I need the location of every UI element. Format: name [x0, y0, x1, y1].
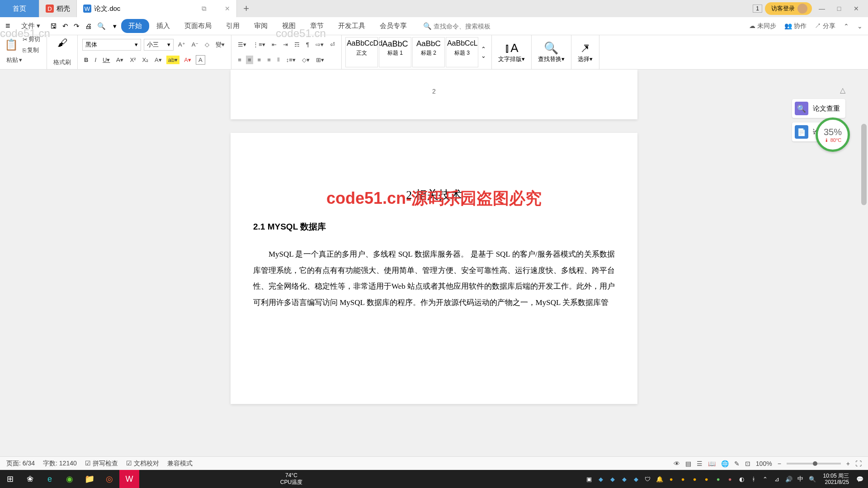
highlight-button[interactable]: ab▾	[166, 56, 179, 64]
tray-icon[interactable]: ●	[726, 474, 735, 483]
tray-up-icon[interactable]: ⌃	[761, 474, 770, 483]
char-border-button[interactable]: A	[196, 55, 205, 65]
undo-icon[interactable]: ↶	[60, 22, 71, 30]
underline-button[interactable]: U▾	[101, 56, 112, 64]
clock[interactable]: 10:05 周三2021/8/25	[820, 473, 853, 486]
size-select[interactable]: 小三▾	[144, 39, 174, 51]
align-center-button[interactable]: ≡	[246, 56, 253, 64]
align-right-button[interactable]: ≡	[256, 56, 263, 64]
tab-button[interactable]: ⇨▾	[314, 40, 326, 49]
vertical-scrollbar[interactable]	[860, 70, 868, 456]
tab-home[interactable]: 首页	[0, 0, 39, 17]
menu-start[interactable]: 开始	[121, 19, 149, 33]
redo-icon[interactable]: ↷	[71, 22, 82, 30]
menu-review[interactable]: 审阅	[247, 19, 275, 33]
menu-file[interactable]: 文件 ▾	[14, 19, 47, 33]
review-icon[interactable]: ✎	[734, 460, 740, 467]
more-icon[interactable]: ⌄	[857, 23, 863, 30]
task-app1[interactable]: ❀	[20, 470, 40, 488]
tab-docer[interactable]: D 稻壳	[39, 0, 77, 17]
preview-icon[interactable]: 🔍	[94, 22, 108, 30]
decrease-indent-button[interactable]: ⇤	[270, 40, 278, 49]
bullets-button[interactable]: ☰▾	[236, 40, 248, 49]
tray-icon[interactable]: ●	[714, 474, 723, 483]
document-area[interactable]: 2 2 相关技术 2.1 MYSQL 数据库 MySQL 是一个真正的多用户、多…	[0, 70, 868, 470]
task-ie[interactable]: e	[40, 470, 60, 488]
eye-icon[interactable]: 👁	[674, 460, 680, 467]
font-color-button[interactable]: A▾	[182, 56, 193, 64]
style-h3[interactable]: AaBbCcL标题 3	[446, 37, 478, 67]
close-button[interactable]: ✕	[849, 2, 863, 15]
align-left-button[interactable]: ≡	[236, 56, 243, 64]
share-button[interactable]: ↗ 分享	[815, 22, 835, 30]
tray-search-icon[interactable]: 🔍	[808, 474, 817, 483]
italic-button[interactable]: I	[93, 56, 98, 64]
distribute-button[interactable]: ⫴	[275, 55, 282, 64]
paragraph[interactable]: MySQL 是一个真正的多用户、多线程 SQL 数据库服务器。 是基于 SQL …	[253, 246, 615, 311]
zoom-in-button[interactable]: +	[846, 460, 850, 467]
tab-restore-icon[interactable]: ⧉	[202, 5, 207, 13]
tray-notifications-icon[interactable]: 💬	[855, 474, 864, 483]
line-break-button[interactable]: ⏎	[328, 40, 337, 49]
view-read-icon[interactable]: 📖	[708, 460, 716, 467]
plagiarism-check-button[interactable]: 🔍 论文查重	[792, 99, 845, 118]
zoom-level[interactable]: 100%	[756, 460, 772, 467]
clear-format-icon[interactable]: ◇	[203, 40, 211, 49]
tray-icon[interactable]: ●	[690, 474, 699, 483]
tray-icon[interactable]: ◆	[608, 474, 617, 483]
sync-status[interactable]: ☁ 未同步	[749, 22, 776, 30]
page-indicator[interactable]: 页面: 6/34	[6, 460, 35, 468]
tray-icon[interactable]: ●	[702, 474, 711, 483]
phonetic-icon[interactable]: 變▾	[214, 40, 226, 50]
tray-icon[interactable]: ◆	[632, 474, 641, 483]
page-fit-icon[interactable]: ⊡	[745, 460, 750, 467]
hide-ribbon-icon[interactable]: ⌃	[844, 23, 849, 30]
collapse-panel-icon[interactable]: △	[792, 86, 845, 94]
styles-up-icon[interactable]: ⌃	[481, 46, 486, 52]
page-current[interactable]: 2 相关技术 2.1 MYSQL 数据库 MySQL 是一个真正的多用户、多线程…	[231, 133, 637, 404]
maximize-button[interactable]: □	[832, 2, 846, 15]
task-app2[interactable]: ◎	[99, 470, 119, 488]
tray-volume-icon[interactable]: 🔊	[784, 474, 793, 483]
menu-member[interactable]: 会员专享	[373, 19, 414, 33]
format-painter-icon[interactable]: 🖌	[52, 37, 73, 49]
tray-ime-icon[interactable]: 中	[796, 474, 805, 483]
tray-icon[interactable]: ◐	[737, 474, 746, 483]
task-explorer[interactable]: 📁	[80, 470, 99, 488]
superscript-button[interactable]: X²	[128, 56, 137, 64]
text-typeset-button[interactable]: ⫿A文字排版▾	[492, 35, 532, 69]
badge[interactable]: 1	[753, 5, 762, 13]
para-mark-button[interactable]: ¶	[304, 40, 311, 49]
shading-button[interactable]: ◇▾	[300, 56, 311, 64]
tab-document[interactable]: W 论文.doc ⧉ ✕	[77, 0, 237, 17]
tab-close-icon[interactable]: ✕	[225, 5, 230, 12]
subscript-button[interactable]: X₂	[140, 56, 150, 64]
zoom-slider[interactable]	[787, 463, 841, 465]
proofread-button[interactable]: ☑ 文档校对	[126, 460, 159, 468]
zoom-out-button[interactable]: −	[778, 460, 781, 467]
cpu-gauge[interactable]: 35% 🌡 80°C	[816, 117, 850, 152]
strikethrough-button[interactable]: A̶▾	[114, 56, 125, 64]
tray-icon[interactable]: ●	[667, 474, 676, 483]
tray-bluetooth-icon[interactable]: ᚼ	[749, 474, 758, 483]
numbering-button[interactable]: ⋮≡▾	[251, 40, 267, 49]
style-h2[interactable]: AaBbC标题 2	[412, 37, 445, 67]
task-browser[interactable]: ◉	[60, 470, 80, 488]
style-h1[interactable]: AaBbC标题 1	[379, 37, 411, 67]
fullscreen-icon[interactable]: ⛶	[855, 460, 862, 467]
styles-down-icon[interactable]: ⌄	[481, 52, 486, 59]
menu-view[interactable]: 视图	[275, 19, 303, 33]
login-button[interactable]: 访客登录	[765, 2, 812, 15]
cut-button[interactable]: ✂ 剪切	[21, 34, 42, 44]
tray-icon[interactable]: ◆	[620, 474, 629, 483]
spellcheck-toggle[interactable]: ☑ 拼写检查	[85, 460, 118, 468]
increase-size-icon[interactable]: A⁺	[176, 40, 187, 49]
style-normal[interactable]: AaBbCcDd正文	[345, 37, 378, 67]
cpu-temp-widget[interactable]: 74°CCPU温度	[280, 472, 302, 486]
tab-add-button[interactable]: +	[237, 0, 255, 17]
find-replace-button[interactable]: 🔍查找替换▾	[532, 35, 571, 69]
save-icon[interactable]: 🖫	[47, 22, 60, 30]
tray-wifi-icon[interactable]: ⊿	[773, 474, 782, 483]
increase-indent-button[interactable]: ⇥	[281, 40, 290, 49]
view-page-icon[interactable]: ▤	[685, 460, 691, 467]
